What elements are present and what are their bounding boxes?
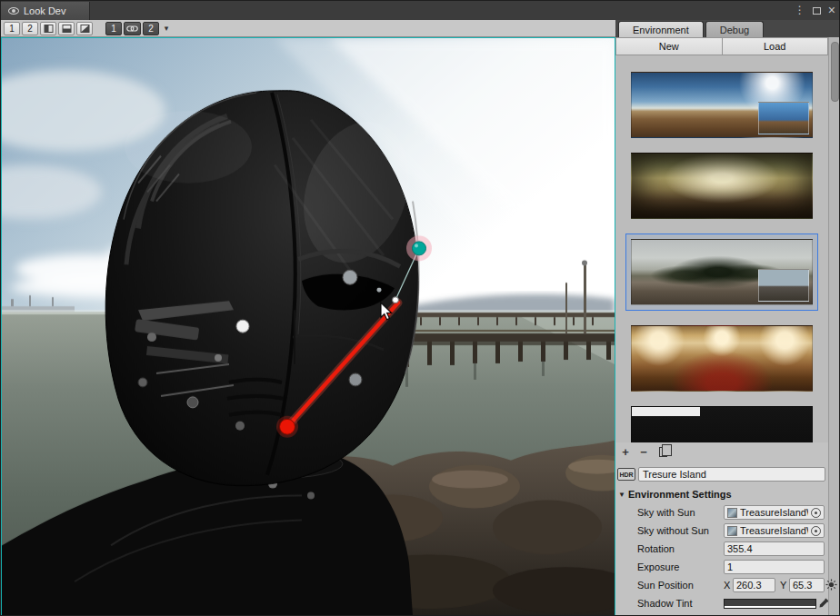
layout-stacked-button[interactable] <box>58 22 75 35</box>
environment-1-button[interactable]: 1 <box>105 22 122 35</box>
sky-without-sun-object-field[interactable]: TreasureIslandWh <box>724 523 825 538</box>
object-picker-icon[interactable] <box>811 508 821 518</box>
hdr-name-row: HDR Tresure Island <box>615 466 828 482</box>
exposure-label: Exposure <box>637 561 679 572</box>
sun-picker-icon[interactable] <box>825 579 837 591</box>
layout-side-by-side-button[interactable] <box>40 22 56 35</box>
layout-split-button[interactable] <box>76 22 93 35</box>
window-tab-lookdev[interactable]: Look Dev <box>1 2 90 20</box>
env-thumbnail-ornate-interior[interactable] <box>631 325 813 392</box>
settings-title: Environment Settings <box>628 489 732 500</box>
remove-environment-button[interactable]: − <box>637 445 650 459</box>
top-bar: 1 2 1 2 ▾ Environment Debug <box>1 20 839 37</box>
maximize-icon[interactable] <box>813 7 821 15</box>
exposure-input[interactable]: 1 <box>724 560 825 574</box>
foldout-triangle-icon[interactable]: ▼ <box>615 491 628 499</box>
toolbar-dropdown[interactable]: ▾ <box>161 22 172 35</box>
selected-thumbnail-frame <box>625 233 818 311</box>
row-sky-with-sun: Sky with Sun TreasureIslandWh <box>615 504 828 521</box>
load-button[interactable]: Load <box>723 37 829 55</box>
environment-panel: New Load + − HDR Tresure Island ▼ Enviro… <box>615 37 828 616</box>
new-button[interactable]: New <box>615 37 723 55</box>
tab-environment[interactable]: Environment <box>618 21 704 37</box>
sun-gizmo-mid-dot[interactable] <box>393 297 399 303</box>
environment-2-button[interactable]: 2 <box>143 22 159 35</box>
environment-settings-header[interactable]: ▼ Environment Settings <box>615 486 828 502</box>
thumbnail-inset <box>758 269 809 302</box>
link-icon <box>126 25 138 33</box>
row-sky-without-sun: Sky without Sun TreasureIslandWh <box>615 522 828 539</box>
sky-with-sun-object-field[interactable]: TreasureIslandWh <box>724 505 825 520</box>
env-thumbnail-dark-studio[interactable] <box>631 406 813 442</box>
shadow-tint-color-field[interactable] <box>724 599 816 609</box>
thumbnail-inset <box>758 102 809 134</box>
library-actions: New Load <box>615 37 828 55</box>
close-icon[interactable]: × <box>828 1 835 20</box>
sun-gizmo-red-handle[interactable] <box>280 419 295 434</box>
split-diagonal-icon <box>80 24 90 34</box>
cubemap-icon <box>727 508 737 518</box>
add-environment-button[interactable]: + <box>619 445 632 459</box>
sky-with-sun-label: Sky with Sun <box>637 507 695 518</box>
lookdev-toolbar: 1 2 1 2 ▾ <box>1 20 615 37</box>
sun-y-input[interactable]: 65.3 <box>789 578 825 592</box>
scrollbar-thumb[interactable] <box>831 42 839 102</box>
sun-position-label: Sun Position <box>637 580 694 591</box>
sun-x-label: X <box>724 580 730 591</box>
panel-scrollbar[interactable] <box>828 37 840 616</box>
split-horizontal-icon <box>62 24 72 34</box>
layout-single-1-button[interactable]: 1 <box>4 22 20 35</box>
environment-thumbnail-list[interactable] <box>615 55 828 442</box>
hdr-badge: HDR <box>617 468 635 481</box>
lookdev-window: Look Dev ⋮ × 1 2 1 2 ▾ <box>0 0 840 616</box>
split-vertical-icon <box>44 24 54 34</box>
viewport[interactable] <box>1 37 615 616</box>
env-thumbnail-forest-clearing[interactable] <box>631 153 813 219</box>
rotation-input[interactable]: 355.4 <box>724 541 825 556</box>
env-thumbnail-treasure-island[interactable] <box>631 239 813 305</box>
link-environments-button[interactable] <box>124 22 141 35</box>
title-bar: Look Dev ⋮ × <box>1 1 839 20</box>
sun-x-input[interactable]: 260.3 <box>733 578 775 592</box>
window-title: Look Dev <box>24 5 65 16</box>
environment-name-field[interactable]: Tresure Island <box>638 467 825 482</box>
row-shadow-tint: Shadow Tint <box>615 595 828 611</box>
row-exposure: Exposure 1 <box>615 559 828 575</box>
panel-tab-strip: Environment Debug <box>615 20 839 37</box>
layout-single-2-button[interactable]: 2 <box>22 22 38 35</box>
sky-without-sun-label: Sky without Sun <box>637 525 709 536</box>
env-thumbnail-desert-noon-sky[interactable] <box>631 72 813 138</box>
cubemap-icon <box>727 526 737 536</box>
duplicate-environment-icon[interactable] <box>659 447 667 457</box>
viewport-render[interactable] <box>2 38 615 616</box>
sun-y-label: Y <box>780 580 786 591</box>
row-rotation: Rotation 355.4 <box>615 541 828 557</box>
eye-icon <box>8 7 19 15</box>
tab-debug[interactable]: Debug <box>705 21 764 37</box>
rotation-label: Rotation <box>637 543 675 554</box>
window-menu-icon[interactable]: ⋮ <box>795 1 805 20</box>
object-picker-icon[interactable] <box>811 526 821 536</box>
thumbnail-list-toolbar: + − <box>615 442 828 461</box>
shadow-tint-label: Shadow Tint <box>637 598 693 609</box>
row-sun-position: Sun Position X 260.3 Y 65.3 <box>615 577 828 593</box>
sun-gizmo-teal-handle[interactable] <box>413 242 426 255</box>
